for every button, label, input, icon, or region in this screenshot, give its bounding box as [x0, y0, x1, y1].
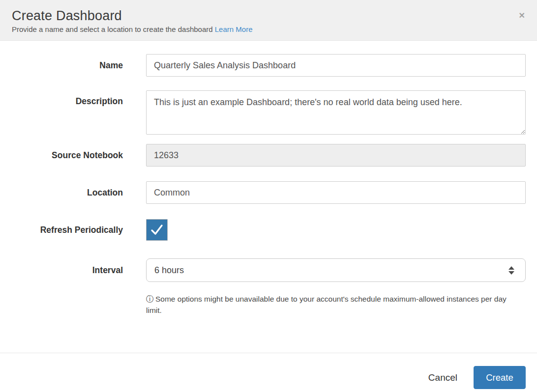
- modal-subtitle: Provide a name and select a location to …: [12, 25, 507, 33]
- interval-label: Interval: [0, 265, 146, 276]
- source-notebook-input: [146, 144, 526, 167]
- modal-subtitle-text: Provide a name and select a location to …: [12, 25, 213, 33]
- source-notebook-label: Source Notebook: [0, 150, 146, 161]
- checkmark-icon: [150, 224, 164, 236]
- description-textarea[interactable]: This is just an example Dashboard; there…: [146, 90, 526, 135]
- name-input[interactable]: [146, 54, 526, 77]
- arrow-up-icon: [508, 266, 514, 270]
- refresh-periodically-checkbox[interactable]: [146, 219, 168, 241]
- close-icon[interactable]: ✕: [519, 12, 525, 20]
- modal-header: Create Dashboard Provide a name and sele…: [0, 0, 537, 41]
- modal-title: Create Dashboard: [12, 8, 507, 24]
- description-label: Description: [0, 90, 146, 107]
- form-row-interval: Interval 6 hours: [0, 258, 526, 282]
- interval-note-text: Some options might be unavailable due to…: [146, 295, 507, 314]
- form-row-name: Name: [0, 54, 526, 77]
- form-row-description: Description This is just an example Dash…: [0, 90, 526, 135]
- modal-footer: Cancel Create: [0, 353, 537, 392]
- form-row-source-notebook: Source Notebook: [0, 144, 526, 167]
- cancel-button[interactable]: Cancel: [420, 366, 465, 389]
- info-icon: ⓘ: [146, 295, 154, 303]
- location-label: Location: [0, 188, 146, 198]
- form-row-refresh-periodically: Refresh Periodically: [0, 219, 526, 241]
- create-dashboard-modal: Create Dashboard Provide a name and sele…: [0, 0, 537, 392]
- interval-note: ⓘSome options might be unavailable due t…: [146, 293, 511, 316]
- create-button[interactable]: Create: [474, 366, 526, 389]
- interval-select[interactable]: 6 hours: [146, 258, 526, 282]
- learn-more-link[interactable]: Learn More: [215, 25, 253, 33]
- modal-body: Name Description This is just an example…: [0, 41, 537, 316]
- name-label: Name: [0, 60, 146, 71]
- arrow-down-icon: [508, 271, 514, 275]
- select-spinner-icon: [508, 266, 514, 275]
- form-row-location: Location: [0, 181, 526, 204]
- interval-selected-value: 6 hours: [154, 265, 508, 276]
- location-input[interactable]: [146, 181, 526, 204]
- refresh-periodically-label: Refresh Periodically: [0, 225, 146, 235]
